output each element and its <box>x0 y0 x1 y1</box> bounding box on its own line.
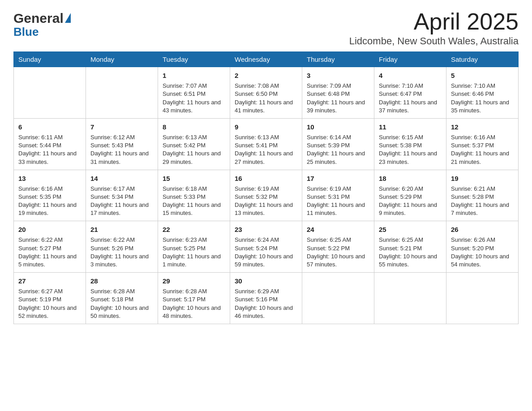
sunrise-text: Sunrise: 6:13 AM <box>163 133 225 141</box>
daylight-text: Daylight: 11 hours and 37 minutes. <box>379 98 442 115</box>
sunset-text: Sunset: 5:17 PM <box>163 295 225 304</box>
sunset-text: Sunset: 5:29 PM <box>379 193 442 201</box>
day-number: 13 <box>18 174 81 183</box>
calendar-cell: 1Sunrise: 7:07 AMSunset: 6:51 PMDaylight… <box>158 67 230 119</box>
day-number: 4 <box>379 71 442 80</box>
sunrise-text: Sunrise: 6:22 AM <box>90 236 153 244</box>
day-number: 3 <box>307 71 369 80</box>
sunset-text: Sunset: 5:31 PM <box>307 193 369 201</box>
daylight-text: Daylight: 11 hours and 39 minutes. <box>307 98 369 115</box>
sunrise-text: Sunrise: 6:12 AM <box>90 133 153 141</box>
daylight-text: Daylight: 11 hours and 3 minutes. <box>90 253 153 269</box>
sunset-text: Sunset: 5:32 PM <box>235 193 297 201</box>
sunrise-text: Sunrise: 6:26 AM <box>451 236 514 244</box>
sunrise-text: Sunrise: 7:07 AM <box>163 82 225 90</box>
calendar-cell: 18Sunrise: 6:20 AMSunset: 5:29 PMDayligh… <box>374 170 446 221</box>
sunset-text: Sunset: 5:22 PM <box>307 244 369 253</box>
daylight-text: Daylight: 11 hours and 1 minute. <box>163 253 225 269</box>
daylight-text: Daylight: 11 hours and 27 minutes. <box>235 150 297 166</box>
day-number: 6 <box>18 122 81 132</box>
daylight-text: Daylight: 10 hours and 50 minutes. <box>90 304 153 320</box>
day-number: 29 <box>163 276 225 286</box>
day-number: 18 <box>379 174 442 183</box>
daylight-text: Daylight: 11 hours and 19 minutes. <box>18 201 81 217</box>
sunrise-text: Sunrise: 6:29 AM <box>235 287 297 295</box>
sunrise-text: Sunrise: 6:11 AM <box>18 133 81 141</box>
calendar-cell: 16Sunrise: 6:19 AMSunset: 5:32 PMDayligh… <box>230 170 302 221</box>
sunrise-text: Sunrise: 6:27 AM <box>18 287 81 295</box>
day-number: 10 <box>307 122 369 132</box>
daylight-text: Daylight: 11 hours and 15 minutes. <box>163 201 225 217</box>
day-number: 16 <box>235 174 297 183</box>
daylight-text: Daylight: 11 hours and 11 minutes. <box>307 201 369 217</box>
calendar-cell: 22Sunrise: 6:23 AMSunset: 5:25 PMDayligh… <box>158 221 230 273</box>
daylight-text: Daylight: 11 hours and 43 minutes. <box>163 98 225 115</box>
sunset-text: Sunset: 5:24 PM <box>235 244 297 253</box>
day-number: 21 <box>90 225 153 234</box>
calendar-cell: 15Sunrise: 6:18 AMSunset: 5:33 PMDayligh… <box>158 170 230 221</box>
sunset-text: Sunset: 5:37 PM <box>451 141 514 150</box>
day-number: 15 <box>163 174 225 183</box>
calendar-cell <box>446 273 519 324</box>
sunrise-text: Sunrise: 7:10 AM <box>451 82 514 90</box>
day-number: 9 <box>235 122 297 132</box>
calendar-table: SundayMondayTuesdayWednesdayThursdayFrid… <box>13 51 519 324</box>
sunrise-text: Sunrise: 6:17 AM <box>90 185 153 193</box>
day-number: 23 <box>235 225 297 234</box>
weekday-header-sunday: Sunday <box>14 52 86 67</box>
day-number: 24 <box>307 225 369 234</box>
sunrise-text: Sunrise: 6:25 AM <box>307 236 369 244</box>
sunset-text: Sunset: 5:27 PM <box>18 244 81 253</box>
sunrise-text: Sunrise: 7:08 AM <box>235 82 297 90</box>
sunset-text: Sunset: 5:44 PM <box>18 141 81 150</box>
sunrise-text: Sunrise: 7:10 AM <box>379 82 442 90</box>
daylight-text: Daylight: 11 hours and 33 minutes. <box>18 150 81 166</box>
day-number: 5 <box>451 71 514 80</box>
daylight-text: Daylight: 10 hours and 54 minutes. <box>451 253 514 269</box>
sunrise-text: Sunrise: 6:28 AM <box>90 287 153 295</box>
calendar-cell: 23Sunrise: 6:24 AMSunset: 5:24 PMDayligh… <box>230 221 302 273</box>
sunrise-text: Sunrise: 6:24 AM <box>235 236 297 244</box>
sunset-text: Sunset: 5:43 PM <box>90 141 153 150</box>
sunset-text: Sunset: 5:25 PM <box>163 244 225 253</box>
sunset-text: Sunset: 6:51 PM <box>163 90 225 98</box>
sunset-text: Sunset: 6:48 PM <box>307 90 369 98</box>
calendar-cell: 20Sunrise: 6:22 AMSunset: 5:27 PMDayligh… <box>14 221 86 273</box>
week-row-5: 27Sunrise: 6:27 AMSunset: 5:19 PMDayligh… <box>14 273 519 324</box>
month-year-title: April 2025 <box>349 9 519 34</box>
sunrise-text: Sunrise: 6:16 AM <box>451 133 514 141</box>
logo: General Blue <box>13 9 71 38</box>
daylight-text: Daylight: 10 hours and 52 minutes. <box>18 304 81 320</box>
daylight-text: Daylight: 10 hours and 48 minutes. <box>163 304 225 320</box>
calendar-cell: 24Sunrise: 6:25 AMSunset: 5:22 PMDayligh… <box>302 221 374 273</box>
daylight-text: Daylight: 10 hours and 59 minutes. <box>235 253 297 269</box>
day-number: 2 <box>235 71 297 80</box>
day-number: 14 <box>90 174 153 183</box>
sunrise-text: Sunrise: 6:18 AM <box>163 185 225 193</box>
sunrise-text: Sunrise: 6:15 AM <box>379 133 442 141</box>
daylight-text: Daylight: 11 hours and 5 minutes. <box>18 253 81 269</box>
daylight-text: Daylight: 11 hours and 7 minutes. <box>451 201 514 217</box>
day-number: 27 <box>18 276 81 286</box>
location-subtitle: Lidcombe, New South Wales, Australia <box>349 35 519 47</box>
calendar-cell: 28Sunrise: 6:28 AMSunset: 5:18 PMDayligh… <box>86 273 158 324</box>
sunrise-text: Sunrise: 6:28 AM <box>163 287 225 295</box>
sunrise-text: Sunrise: 6:16 AM <box>18 185 81 193</box>
calendar-cell: 4Sunrise: 7:10 AMSunset: 6:47 PMDaylight… <box>374 67 446 119</box>
sunrise-text: Sunrise: 6:21 AM <box>451 185 514 193</box>
week-row-4: 20Sunrise: 6:22 AMSunset: 5:27 PMDayligh… <box>14 221 519 273</box>
day-number: 8 <box>163 122 225 132</box>
calendar-cell: 27Sunrise: 6:27 AMSunset: 5:19 PMDayligh… <box>14 273 86 324</box>
sunset-text: Sunset: 5:28 PM <box>451 193 514 201</box>
sunset-text: Sunset: 5:42 PM <box>163 141 225 150</box>
sunset-text: Sunset: 5:38 PM <box>379 141 442 150</box>
sunset-text: Sunset: 5:21 PM <box>379 244 442 253</box>
day-number: 22 <box>163 225 225 234</box>
daylight-text: Daylight: 11 hours and 17 minutes. <box>90 201 153 217</box>
daylight-text: Daylight: 11 hours and 29 minutes. <box>163 150 225 166</box>
daylight-text: Daylight: 11 hours and 25 minutes. <box>307 150 369 166</box>
calendar-cell: 10Sunrise: 6:14 AMSunset: 5:39 PMDayligh… <box>302 118 374 170</box>
weekday-header-friday: Friday <box>374 52 446 67</box>
week-row-1: 1Sunrise: 7:07 AMSunset: 6:51 PMDaylight… <box>14 67 519 119</box>
logo-triangle-icon <box>65 13 71 23</box>
